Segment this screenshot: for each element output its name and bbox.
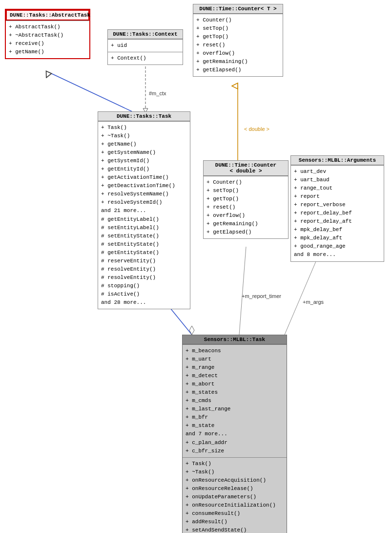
label-double: < double > xyxy=(244,126,269,132)
box-task: DUNE::Tasks::Task + Task() + ~Task() + g… xyxy=(98,111,190,309)
box-mlbl-task-methods: + Task() + ~Task() + onResourceAcquisiti… xyxy=(183,457,287,533)
box-time-counter-t-title: DUNE::Time::Counter< T > xyxy=(193,4,283,14)
box-context-attrs: + uid xyxy=(108,39,183,52)
label-mctx: #m_ctx xyxy=(149,90,166,96)
svg-marker-11 xyxy=(189,326,194,335)
box-abstract-task-members: + AbstractTask() + ~AbstractTask() + rec… xyxy=(6,21,89,58)
box-time-counter-double-title: DUNE::Time::Counter< double > xyxy=(204,161,288,176)
box-time-counter-double-methods: + Counter() + setTop() + getTop() + rese… xyxy=(204,176,288,238)
box-time-counter-double: DUNE::Time::Counter< double > + Counter(… xyxy=(203,160,289,239)
box-task-methods: + Task() + ~Task() + getName() + getSyst… xyxy=(98,121,190,309)
box-mlbl-arguments: Sensors::MLBL::Arguments + uart_dev + ua… xyxy=(290,155,384,262)
box-abstract-task: DUNE::Tasks::AbstractTask + AbstractTask… xyxy=(5,9,90,59)
box-context-title: DUNE::Tasks::Context xyxy=(108,30,183,39)
label-margs: +m_args xyxy=(303,299,324,305)
box-context-methods: + Context() xyxy=(108,52,183,64)
box-task-title: DUNE::Tasks::Task xyxy=(98,112,190,121)
box-mlbl-task: Sensors::MLBL::Task + m_beacons + m_uart… xyxy=(182,335,287,533)
box-mlbl-arguments-title: Sensors::MLBL::Arguments xyxy=(291,156,384,165)
box-mlbl-task-attrs: + m_beacons + m_uart + m_range + m_detec… xyxy=(183,344,287,457)
box-time-counter-t: DUNE::Time::Counter< T > + Counter() + s… xyxy=(193,4,283,77)
box-mlbl-task-title: Sensors::MLBL::Task xyxy=(183,335,287,344)
box-abstract-task-title: DUNE::Tasks::AbstractTask xyxy=(6,10,89,21)
svg-line-9 xyxy=(239,247,246,335)
label-report-timer: +m_report_timer xyxy=(242,293,281,299)
box-mlbl-arguments-attrs: + uart_dev + uart_baud + range_tout + re… xyxy=(291,165,384,261)
box-time-counter-t-methods: + Counter() + setTop() + getTop() + rese… xyxy=(193,14,283,76)
diagram-container: #m_ctx < double > +m_report_timer +m_arg… xyxy=(0,0,392,533)
box-context: DUNE::Tasks::Context + uid + Context() xyxy=(107,29,183,65)
svg-line-4 xyxy=(49,72,132,111)
